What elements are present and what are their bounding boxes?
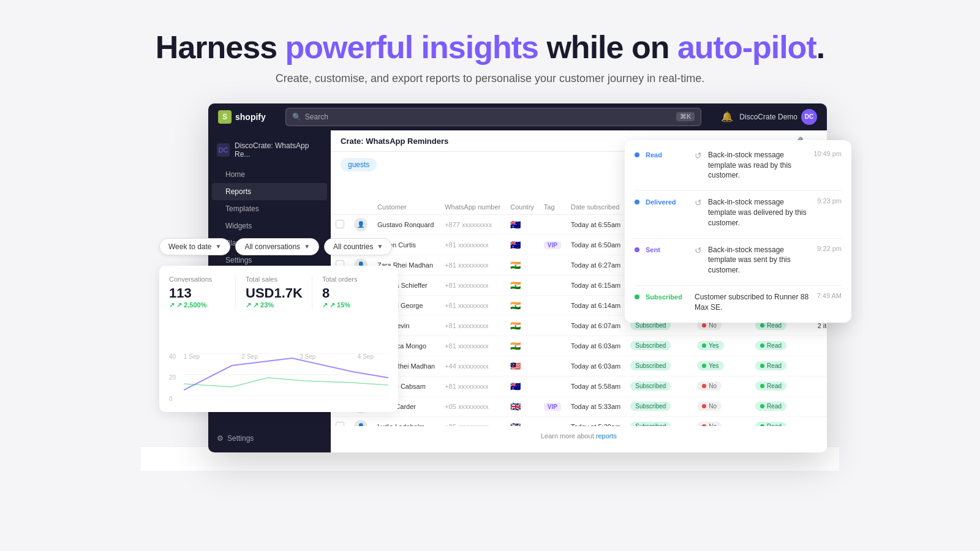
shopify-search-bar[interactable]: 🔍 Search ⌘K [285, 108, 702, 126]
th-avatar [349, 200, 372, 215]
reports-tabs: guests [341, 158, 377, 171]
notif-time: 9:23 pm [817, 197, 842, 204]
table-row[interactable]: 👤 Charlie Cabsam +81 xxxxxxxxx 🇦🇺 Today … [331, 376, 827, 396]
checkbox-cell[interactable] [331, 214, 349, 234]
avatar-cell: 👤 [349, 214, 372, 234]
notif-text: Back-in-stock message template was sent … [708, 245, 811, 276]
hero-highlight1: powerful insights [285, 29, 538, 65]
countries-filter-label: All countries [333, 242, 373, 251]
sidebar-item-templates[interactable]: Templates [208, 200, 331, 217]
marketing-opt-in: No [692, 416, 750, 426]
date-subscribed: Today at 6:27am [566, 255, 625, 275]
hero-highlight2: auto-pilot [677, 29, 816, 65]
tag-cell [539, 416, 566, 426]
tab-guests[interactable]: guests [341, 158, 377, 171]
settings-label: Settings [227, 434, 254, 443]
subscription-status: Subscribed [625, 396, 692, 416]
y-label-0: 0 [169, 395, 176, 402]
table-row[interactable]: 👤 Ryan Rhei Madhan +44 xxxxxxxxx 🇲🇾 Toda… [331, 356, 827, 376]
notif-time: 7:49 AM [817, 292, 842, 299]
marketing-opt-in: No [692, 396, 750, 416]
phone-number: +81 xxxxxxxxx [440, 234, 505, 255]
country-flag: 🇦🇺 [505, 234, 539, 255]
bell-icon[interactable]: 🔔 [721, 111, 733, 122]
reports-title: Crate: WhatsApp Reminders [341, 137, 448, 146]
th-country: Country [505, 200, 539, 215]
subscription-status: Subscribed [625, 376, 692, 396]
customer-name: Lydia Ladeholm [372, 416, 440, 426]
topbar-right: 🔔 DiscoCrate Demo DC [721, 109, 817, 125]
notif-separator [635, 285, 842, 286]
sidebar-item-widgets[interactable]: Widgets [208, 217, 331, 234]
phone-number: +44 xxxxxxxxx [440, 356, 505, 376]
stat-total-sales: Total sales USD1.7K ↗ 23% [235, 276, 312, 309]
chart-y-labels: 40 20 0 [169, 353, 176, 402]
countries-filter-arrow: ▼ [377, 243, 383, 250]
notif-icon: ↺ [695, 246, 702, 255]
notif-text: Back-in-stock message template was deliv… [708, 197, 811, 228]
phone-number: +81 xxxxxxxxx [440, 335, 505, 356]
date-filter-label: Week to date [168, 242, 212, 251]
total-sales-change: ↗ 23% [246, 301, 312, 309]
country-flag: 🇮🇳 [505, 255, 539, 275]
th-tag: Tag [539, 200, 566, 215]
notif-time: 10:49 pm [813, 150, 842, 157]
sidebar-app-name: DiscoCrate: WhatsApp Re... [235, 141, 322, 159]
phone-number: +81 xxxxxxxxx [440, 295, 505, 315]
date-subscribed: Today at 6:14am [566, 295, 625, 315]
sidebar-app-item[interactable]: DC DiscoCrate: WhatsApp Re... [208, 137, 331, 163]
notif-icon: ↺ [695, 151, 702, 160]
countries-filter[interactable]: All countries ▼ [324, 238, 392, 255]
date-filter[interactable]: Week to date ▼ [159, 238, 230, 255]
shopify-topbar: S shopify 🔍 Search ⌘K 🔔 DiscoCrate Demo … [208, 103, 827, 130]
table-row[interactable]: 👤 Lydia Ladeholm +05 xxxxxxxxx 🇬🇧 Today … [331, 416, 827, 426]
th-date: Date subscribed [566, 200, 625, 215]
marketing-opt-in: Yes [692, 335, 750, 356]
date-filter-arrow: ▼ [216, 243, 222, 250]
stat-total-orders: Total orders 8 ↗ 15% [312, 276, 388, 309]
total-sales-value: USD1.7K [246, 285, 312, 301]
marketing-opt-in: Yes [692, 356, 750, 376]
items-count [813, 335, 827, 356]
notif-icon: ↺ [695, 198, 702, 208]
shopify-logo-text: shopify [235, 112, 266, 122]
sidebar-item-reports[interactable]: Reports [212, 183, 327, 200]
table-footer: Learn more about reports [331, 426, 827, 446]
y-label-20: 20 [169, 374, 176, 381]
subscription-status: Subscribed [625, 416, 692, 426]
search-shortcut: ⌘K [676, 112, 695, 121]
hero-section: Harness powerful insights while on auto-… [0, 0, 980, 103]
country-flag: 🇬🇧 [505, 396, 539, 416]
tag-cell [539, 335, 566, 356]
search-icon: 🔍 [292, 113, 301, 121]
shopify-logo-icon: S [218, 110, 232, 124]
sidebar-settings-link[interactable]: ⚙ Settings [217, 434, 254, 443]
footer-reports-link[interactable]: reports [596, 432, 617, 440]
customer-name: Gustavo Ronquard [372, 214, 440, 234]
stats-card: Conversations 113 ↗ 2,500% Total sales U… [159, 266, 398, 412]
date-subscribed: Today at 6:15am [566, 275, 625, 295]
country-flag: 🇮🇳 [505, 315, 539, 335]
conversations-filter[interactable]: All conversations ▼ [235, 238, 319, 255]
sidebar-item-home[interactable]: Home [208, 166, 331, 183]
checkbox-cell[interactable] [331, 416, 349, 426]
template-status: Read [750, 356, 813, 376]
total-orders-change: ↗ 15% [322, 301, 388, 309]
phone-number: +05 xxxxxxxxx [440, 396, 505, 416]
conversations-change: ↗ 2,500% [169, 301, 235, 309]
phone-number: +05 xxxxxxxxx [440, 416, 505, 426]
subscription-status: Subscribed [625, 335, 692, 356]
template-status: Read [750, 376, 813, 396]
tag-cell [539, 255, 566, 275]
notification-panel: Read ↺ Back-in-stock message template wa… [625, 140, 851, 323]
search-placeholder: Search [305, 113, 328, 121]
tag-cell [539, 275, 566, 295]
conversations-filter-arrow: ▼ [304, 243, 310, 250]
conversations-label: Conversations [169, 276, 235, 283]
table-row[interactable]: 👤 Rebecca Mongo +81 xxxxxxxxx 🇮🇳 Today a… [331, 335, 827, 356]
notif-status: Subscribed [646, 292, 688, 301]
notif-status: Sent [646, 245, 688, 253]
notif-status: Delivered [646, 197, 688, 206]
notif-text: Customer subscribed to Runner 88 Max SE. [695, 292, 811, 313]
table-row[interactable]: 👤 Craig Carder +05 xxxxxxxxx 🇬🇧 VIP Toda… [331, 396, 827, 416]
